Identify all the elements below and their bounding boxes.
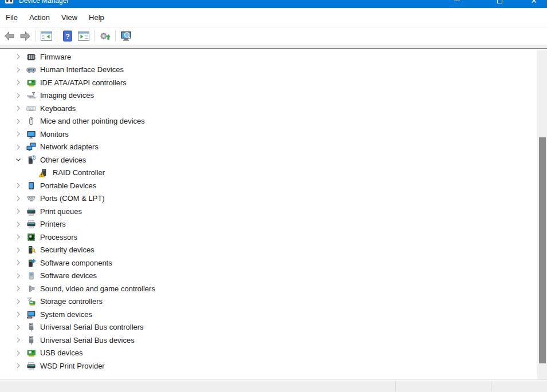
tree-item-processors[interactable]: Processors <box>0 231 537 244</box>
tree-item-printers[interactable]: Printers <box>0 218 537 231</box>
chevron-icon[interactable] <box>14 52 23 61</box>
chevron-icon[interactable] <box>14 258 23 267</box>
tree-item-usb-devices[interactable]: USB devices <box>0 347 537 360</box>
tree-item-other-devices[interactable]: ? Other devices <box>0 153 537 167</box>
processor-icon <box>26 232 36 242</box>
chevron-icon[interactable] <box>14 155 23 164</box>
titlebar[interactable]: Device Manager ✕ <box>0 0 547 8</box>
tree-item-imaging-devices[interactable]: Imaging devices <box>0 89 537 102</box>
menu-bar: File Action View Help <box>0 8 547 27</box>
tree-item-sound-video-and-game-controllers[interactable]: Sound, video and game controllers <box>0 282 537 295</box>
close-button[interactable]: ✕ <box>521 0 547 8</box>
show-hide-console-tree-button[interactable] <box>39 29 54 43</box>
chevron-icon[interactable] <box>14 65 23 74</box>
tree-item-label: Printers <box>40 220 66 228</box>
scan-for-hardware-changes-button[interactable] <box>119 29 133 43</box>
chevron-icon[interactable] <box>14 361 23 370</box>
tree-item-storage-controllers[interactable]: Storage controllers <box>0 295 537 308</box>
scrollbar-thumb[interactable] <box>539 137 546 363</box>
chevron-icon[interactable] <box>14 284 23 293</box>
printer-icon <box>26 361 36 371</box>
chevron-icon[interactable] <box>14 194 23 203</box>
menu-item-help[interactable]: Help <box>83 11 110 24</box>
usb-plug-icon <box>26 335 36 345</box>
storage-icon <box>26 296 36 306</box>
tree-item-software-components[interactable]: Software components <box>0 256 537 270</box>
console-tree-icon <box>40 30 53 42</box>
tree-item-ide-ata-atapi-controllers[interactable]: IDE ATA/ATAPI controllers <box>0 76 537 89</box>
chevron-icon[interactable] <box>14 297 23 306</box>
svg-text:?: ? <box>33 156 35 160</box>
tablet-icon <box>26 181 36 191</box>
tree-item-label: Portable Devices <box>40 181 96 190</box>
minimize-button[interactable] <box>444 0 470 8</box>
chevron-icon[interactable] <box>14 349 23 358</box>
status-section-3 <box>491 381 547 392</box>
maximize-button[interactable] <box>486 0 513 8</box>
pci-card-icon <box>26 348 36 358</box>
tree-item-monitors[interactable]: Monitors <box>0 128 537 141</box>
properties-button[interactable] <box>76 29 91 43</box>
maximize-icon <box>497 0 502 3</box>
menu-item-file[interactable]: File <box>1 11 23 24</box>
chevron-icon[interactable] <box>14 78 23 87</box>
chevron-icon[interactable] <box>14 310 23 319</box>
chevron-none <box>26 168 36 177</box>
chevron-icon[interactable] <box>14 129 23 138</box>
tree-item-security-devices[interactable]: Security devices <box>0 244 537 257</box>
chevron-icon[interactable] <box>14 117 23 126</box>
tree-item-system-devices[interactable]: System devices <box>0 308 537 321</box>
tree-item-firmware[interactable]: Firmware <box>0 50 537 64</box>
device-question-icon: ? <box>26 155 36 165</box>
monitor-icon <box>26 129 36 139</box>
chevron-icon[interactable] <box>14 271 23 280</box>
forward-button[interactable] <box>18 29 33 43</box>
chevron-icon[interactable] <box>14 207 23 216</box>
tree-item-label: RAID Controller <box>53 168 105 177</box>
tree-item-portable-devices[interactable]: Portable Devices <box>0 179 537 192</box>
tree-item-label: Other devices <box>40 156 86 164</box>
tree-item-label: Network adapters <box>40 142 99 151</box>
update-driver-button[interactable] <box>97 29 112 43</box>
chevron-icon[interactable] <box>14 104 23 113</box>
back-button[interactable] <box>2 29 17 43</box>
chevron-icon[interactable] <box>14 91 23 100</box>
chevron-icon[interactable] <box>14 323 23 332</box>
tree-item-wsd-print-provider[interactable]: WSD Print Provider <box>0 359 537 373</box>
tree-item-human-interface-devices[interactable]: Human Interface Devices <box>0 64 537 77</box>
scan-hardware-icon <box>120 30 132 42</box>
status-section-1 <box>0 381 395 392</box>
tree-item-keyboards[interactable]: Keyboards <box>0 102 537 115</box>
tree-item-label: WSD Print Provider <box>40 362 105 370</box>
tree-item-network-adapters[interactable]: Network adapters <box>0 141 537 154</box>
status-bar <box>0 381 547 392</box>
vertical-scrollbar[interactable] <box>537 50 547 379</box>
chevron-icon[interactable] <box>14 335 23 345</box>
menu-item-action[interactable]: Action <box>23 11 56 24</box>
update-driver-icon <box>99 30 111 42</box>
network-icon <box>26 142 36 152</box>
tree-item-label: Universal Serial Bus devices <box>40 336 135 345</box>
chevron-icon[interactable] <box>14 142 23 152</box>
chevron-icon[interactable] <box>14 232 23 241</box>
chip-icon <box>26 52 36 62</box>
tree-item-universal-serial-bus-controllers[interactable]: Universal Serial Bus controllers <box>0 321 537 334</box>
tree-item-ports-com-lpt[interactable]: Ports (COM & LPT) <box>0 192 537 205</box>
tree-item-label: Keyboards <box>40 104 76 113</box>
menu-item-view[interactable]: View <box>56 11 83 24</box>
chevron-icon[interactable] <box>14 220 23 229</box>
tree-item-mice-and-other-pointing-devices[interactable]: Mice and other pointing devices <box>0 115 537 128</box>
tree-item-software-devices[interactable]: Software devices <box>0 270 537 283</box>
toolbar-separator <box>36 30 36 42</box>
properties-window-icon <box>77 30 90 42</box>
tree-item-label: Imaging devices <box>40 91 94 100</box>
tree-item-raid-controller[interactable]: RAID Controller <box>0 167 537 180</box>
tree-item-print-queues[interactable]: Print queues <box>0 205 537 218</box>
help-button[interactable]: ? <box>60 29 75 43</box>
pci-card-icon <box>26 78 36 88</box>
chevron-icon[interactable] <box>14 181 23 190</box>
tree-item-label: Software components <box>40 259 112 267</box>
tree-item-universal-serial-bus-devices[interactable]: Universal Serial Bus devices <box>0 334 537 347</box>
chevron-icon[interactable] <box>14 246 23 255</box>
device-plus-icon <box>26 258 36 268</box>
